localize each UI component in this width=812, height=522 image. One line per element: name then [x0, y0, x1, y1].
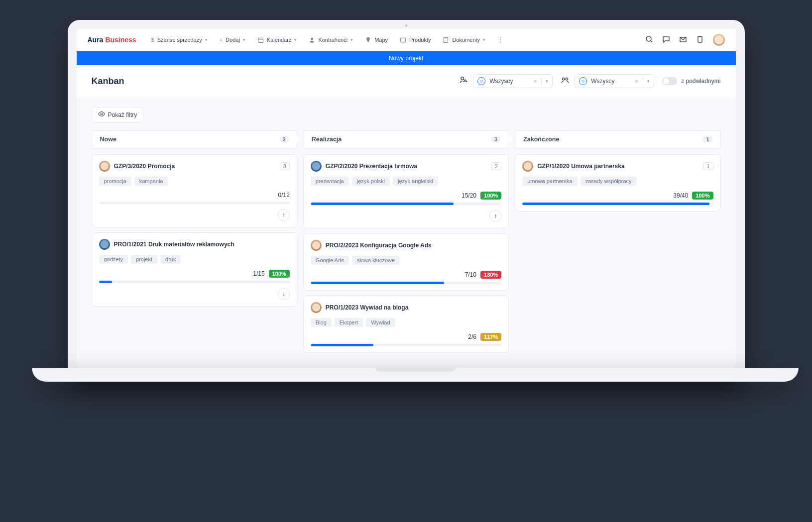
column-body-zakonczone: GZP/1/2020 Umowa partnerska1umowa partne… — [515, 154, 720, 353]
clear-icon[interactable]: ✕ — [634, 78, 639, 85]
kanban-card[interactable]: GZP/2/2020 Prezentacja firmowa2prezentac… — [303, 154, 509, 228]
card-tags: promocjakampania — [99, 177, 290, 186]
column-body-realizacja: GZP/2/2020 Prezentacja firmowa2prezentac… — [303, 154, 509, 353]
tag: prezentacja — [311, 177, 349, 186]
mail-icon[interactable] — [679, 35, 687, 45]
chevron-down-icon[interactable]: ▾ — [647, 79, 650, 84]
card-progress-row: 1/15100% — [99, 270, 290, 278]
clear-icon[interactable]: ✕ — [533, 78, 537, 85]
kanban-card[interactable]: PRO/1/2021 Druk materiałów reklamowychga… — [92, 232, 297, 307]
card-tags: BlogEkspertWywiad — [311, 318, 501, 327]
nav-produkty[interactable]: Produkty — [400, 37, 431, 43]
card-title: PRO/2/2023 Konfiguracja Google Ads — [326, 242, 501, 249]
new-project-label: Nowy projekt — [389, 55, 423, 62]
svg-rect-11 — [699, 36, 701, 37]
nav-mapy[interactable]: Mapy — [365, 37, 388, 43]
card-tags: prezentacjajęzyk polskijęzyk angielski — [311, 177, 501, 186]
nav-kalendarz[interactable]: Kalendarz ▾ — [257, 37, 297, 43]
progress-text: 2/6 — [468, 333, 476, 340]
nav-produkty-label: Produkty — [409, 37, 431, 43]
tag: promocja — [99, 177, 131, 186]
progress-fill — [311, 344, 373, 346]
card-progress-row: 39/40100% — [522, 192, 713, 200]
toggle-switch[interactable] — [662, 77, 677, 85]
card-arrow-button[interactable]: ↓ — [278, 288, 290, 300]
card-progress-row: 0/12 — [99, 192, 290, 199]
card-count-badge: 2 — [491, 162, 501, 170]
page-title: Kanban — [92, 76, 124, 87]
nav-szanse[interactable]: $ Szanse sprzedaży ▾ — [151, 37, 208, 43]
svg-point-13 — [563, 78, 565, 81]
kanban-board: Nowe 2 Realizacja 3 Zakończone 1 GZP/3/2… — [92, 130, 721, 353]
tag: Google Ads — [311, 256, 349, 265]
column-header-realizacja: Realizacja 3 — [303, 130, 509, 148]
card-avatar — [522, 161, 533, 172]
progress-text: 0/12 — [278, 192, 289, 199]
column-header-zakonczone: Zakończone 1 — [515, 130, 720, 148]
selector-1[interactable]: ☺ Wszyscy ✕ ▾ — [473, 74, 553, 88]
selector-2-label: Wszyscy — [591, 78, 614, 85]
svg-point-2 — [311, 37, 313, 40]
nav-szanse-label: Szanse sprzedaży — [157, 37, 202, 43]
progress-bar — [311, 344, 501, 346]
card-progress-row: 2/6117% — [311, 333, 501, 341]
laptop-base — [32, 368, 799, 382]
team-icon — [561, 76, 570, 87]
nav-kontrahenci-label: Kontrahenci — [318, 37, 348, 43]
card-arrow-button[interactable]: ↑ — [278, 209, 290, 221]
tag: zasady współpracy — [580, 177, 637, 186]
percent-badge: 100% — [480, 192, 501, 200]
selector-2[interactable]: ☺ Wszyscy ✕ ▾ — [575, 74, 654, 88]
dollar-icon: $ — [151, 37, 154, 43]
chevron-down-icon[interactable]: ▾ — [546, 79, 548, 84]
kanban-card[interactable]: GZP/1/2020 Umowa partnerska1umowa partne… — [515, 154, 720, 211]
kanban-card[interactable]: PRO/1/2023 Wywiad na blogaBlogEkspertWyw… — [303, 296, 509, 353]
column-title: Nowe — [100, 136, 116, 143]
filter-group-1: ☺ Wszyscy ✕ ▾ — [459, 74, 553, 88]
tag: Blog — [311, 318, 332, 327]
kanban-card[interactable]: PRO/2/2023 Konfiguracja Google AdsGoogle… — [303, 233, 509, 291]
user-circle-icon: ☺ — [477, 77, 485, 85]
selector-1-label: Wszyscy — [489, 78, 513, 85]
card-title: PRO/1/2021 Druk materiałów reklamowych — [114, 241, 290, 248]
nav-more-icon[interactable]: ⋮ — [497, 36, 503, 43]
nav-dokumenty[interactable]: Dokumenty ▾ — [443, 37, 485, 43]
person-pin-icon — [459, 76, 468, 87]
tag: kampania — [134, 177, 168, 186]
column-body-nowe: GZP/3/2020 Promocja3promocjakampania0/12… — [92, 154, 297, 353]
calendar-icon — [257, 37, 264, 43]
nav-dokumenty-label: Dokumenty — [452, 37, 480, 43]
nav-items: $ Szanse sprzedaży ▾ + Dodaj ▾ Kalendarz… — [151, 36, 503, 43]
pin-icon — [365, 37, 371, 43]
nav-kalendarz-label: Kalendarz — [267, 37, 292, 43]
new-project-bar[interactable]: Nowy projekt — [77, 51, 736, 65]
chevron-down-icon: ▾ — [483, 37, 485, 42]
box-icon — [400, 37, 406, 43]
user-avatar[interactable] — [713, 34, 725, 46]
progress-text: 1/15 — [253, 270, 264, 277]
svg-point-7 — [646, 36, 651, 41]
kanban-card[interactable]: GZP/3/2020 Promocja3promocjakampania0/12… — [92, 154, 297, 227]
card-avatar — [99, 239, 110, 250]
column-count: 2 — [280, 136, 289, 142]
tag: umowa partnerska — [522, 177, 578, 186]
card-tags: gadżetyprojektdruk — [99, 255, 290, 264]
card-avatar — [311, 302, 322, 313]
search-icon[interactable] — [645, 35, 653, 45]
content-area: Pokaż filtry Nowe 2 Realizacja 3 Zakończ… — [77, 97, 736, 368]
clipboard-icon[interactable] — [696, 35, 704, 45]
card-tags: Google Adssłowa kluczowe — [311, 256, 501, 265]
show-filters-button[interactable]: Pokaż filtry — [92, 107, 144, 122]
svg-point-14 — [566, 78, 568, 81]
toggle-subordinates: z podwładnymi — [662, 77, 720, 85]
percent-badge: 100% — [269, 270, 290, 278]
nav-kontrahenci[interactable]: Kontrahenci ▾ — [309, 37, 353, 43]
card-arrow-button[interactable]: ↑ — [489, 210, 501, 222]
chat-icon[interactable] — [662, 35, 670, 45]
nav-dodaj[interactable]: + Dodaj ▾ — [220, 37, 245, 43]
card-title: GZP/3/2020 Promocja — [114, 163, 276, 170]
card-count-badge: 1 — [703, 162, 713, 170]
progress-fill — [311, 203, 454, 205]
column-count: 1 — [703, 136, 712, 142]
card-progress-row: 7/10130% — [311, 271, 501, 279]
